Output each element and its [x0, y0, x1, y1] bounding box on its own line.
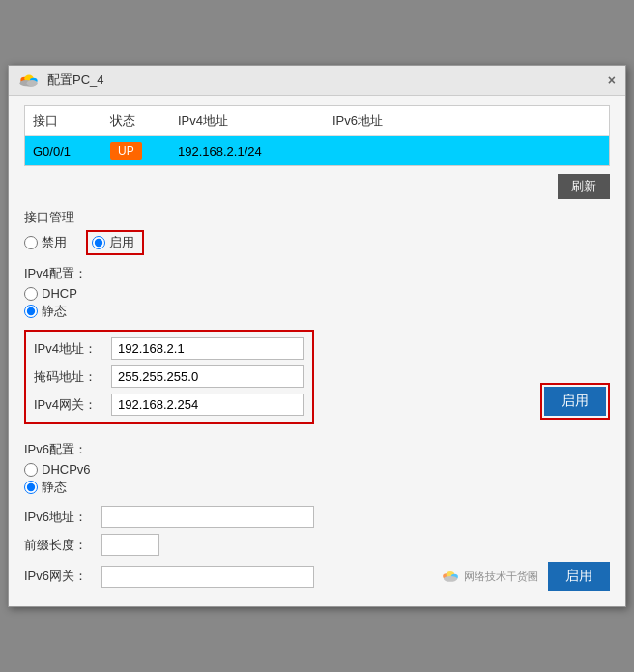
- ipv4-address-label: IPv4地址：: [34, 340, 111, 358]
- svg-point-10: [444, 576, 457, 582]
- apply-btn-highlight: 启用: [540, 383, 610, 420]
- dhcp-label: DHCP: [42, 286, 77, 301]
- gateway-label: IPv4网关：: [34, 396, 111, 414]
- apply-button-2[interactable]: 启用: [548, 562, 610, 591]
- static-label: 静态: [42, 303, 67, 320]
- spacer: [24, 431, 610, 441]
- ipv4-address-input[interactable]: [111, 337, 304, 360]
- header-ipv4: IPv4地址: [178, 112, 332, 130]
- watermark-text: 网络技术干货圈: [464, 570, 538, 584]
- refresh-button[interactable]: 刷新: [558, 174, 610, 199]
- title-bar: 配置PC_4 ×: [9, 66, 625, 96]
- cell-port: G0/0/1: [33, 144, 110, 159]
- header-port: 接口: [33, 112, 110, 130]
- ipv4-form: IPv4地址： 掩码地址： IPv4网关：: [24, 330, 531, 424]
- ipv6-gateway-row: IPv6网关：: [24, 566, 314, 588]
- ipv6-dhcp-group: DHCPv6: [24, 462, 610, 477]
- gateway-input[interactable]: [111, 394, 304, 416]
- ipv4-address-row: IPv4地址：: [34, 337, 304, 360]
- ipv6-address-label: IPv6地址：: [24, 509, 101, 526]
- watermark: 网络技术干货圈: [441, 567, 538, 586]
- interface-table: 接口 状态 IPv4地址 IPv6地址 G0/0/1 UP 192.168.2.…: [24, 105, 610, 166]
- ipv4-mode-group: DHCP: [24, 286, 610, 301]
- table-header: 接口 状态 IPv4地址 IPv6地址: [25, 106, 609, 136]
- dhcpv6-label: DHCPv6: [42, 462, 91, 477]
- gateway-row: IPv4网关：: [34, 394, 304, 416]
- enable-label: 启用: [109, 234, 134, 251]
- ipv6-gateway-input[interactable]: [101, 566, 314, 588]
- ipv6-static-radio-item[interactable]: 静态: [24, 479, 67, 496]
- ipv6-config-section: IPv6配置： DHCPv6 静态 IPv6地址： 前缀长度：: [24, 441, 610, 591]
- mask-input[interactable]: [111, 365, 304, 388]
- close-button[interactable]: ×: [608, 73, 616, 87]
- interface-management-section: 接口管理 禁用 启用: [24, 209, 610, 255]
- watermark-cloud-icon: [441, 567, 460, 586]
- prefix-input[interactable]: [101, 534, 159, 556]
- dhcpv6-radio-item[interactable]: DHCPv6: [24, 462, 91, 477]
- main-window: 配置PC_4 × 接口 状态 IPv4地址 IPv6地址 G0/0/1 UP 1…: [8, 65, 626, 607]
- ipv6-gateway-label: IPv6网关：: [24, 568, 101, 585]
- dhcp-radio-item[interactable]: DHCP: [24, 286, 77, 301]
- enable-radio-item[interactable]: 启用: [92, 234, 134, 251]
- ipv4-fields-highlight: IPv4地址： 掩码地址： IPv4网关：: [24, 330, 314, 424]
- management-radio-group: 禁用 启用: [24, 230, 610, 255]
- cell-status: UP: [110, 142, 178, 160]
- mask-label: 掩码地址：: [34, 368, 111, 386]
- prefix-label: 前缀长度：: [24, 537, 101, 554]
- mask-row: 掩码地址：: [34, 365, 304, 388]
- ipv6-static-radio[interactable]: [24, 481, 38, 494]
- cell-ipv4: 192.168.2.1/24: [178, 144, 332, 159]
- disable-radio-item[interactable]: 禁用: [24, 234, 67, 251]
- apply-button-container: 启用: [540, 383, 610, 424]
- cloud-icon: [18, 73, 40, 88]
- dhcp-radio[interactable]: [24, 287, 38, 301]
- title-bar-left: 配置PC_4: [18, 72, 104, 89]
- disable-radio[interactable]: [24, 236, 38, 249]
- table-row[interactable]: G0/0/1 UP 192.168.2.1/24: [25, 136, 609, 165]
- static-radio-group: 静态: [24, 303, 610, 320]
- ipv6-static-label: 静态: [42, 479, 67, 496]
- bottom-right: 网络技术干货圈 启用: [441, 562, 610, 591]
- apply-button-1[interactable]: 启用: [544, 387, 606, 416]
- ipv4-form-row: IPv4地址： 掩码地址： IPv4网关：: [24, 330, 610, 424]
- ipv4-config-label: IPv4配置：: [24, 265, 610, 282]
- content-area: 接口 状态 IPv4地址 IPv6地址 G0/0/1 UP 192.168.2.…: [9, 96, 625, 606]
- static-radio[interactable]: [24, 305, 38, 318]
- enable-radio-highlight: 启用: [86, 230, 144, 255]
- ipv6-address-input[interactable]: [101, 506, 314, 528]
- ipv6-address-row: IPv6地址：: [24, 506, 610, 528]
- refresh-row: 刷新: [24, 174, 610, 199]
- ipv6-bottom-row: IPv6网关： 网络技术干货圈 启用: [24, 562, 610, 591]
- static-radio-item[interactable]: 静态: [24, 303, 67, 320]
- svg-point-6: [27, 80, 38, 86]
- disable-label: 禁用: [42, 234, 67, 251]
- dhcpv6-radio[interactable]: [24, 463, 38, 477]
- ipv4-config-section: IPv4配置： DHCP 静态 IPv4地址：: [24, 265, 610, 424]
- enable-radio[interactable]: [92, 236, 105, 249]
- ipv6-static-group: 静态: [24, 479, 610, 496]
- header-ipv6: IPv6地址: [332, 112, 601, 130]
- status-badge: UP: [110, 142, 142, 160]
- prefix-row: 前缀长度：: [24, 534, 610, 556]
- window-title: 配置PC_4: [47, 72, 104, 89]
- header-status: 状态: [110, 112, 178, 130]
- interface-management-label: 接口管理: [24, 209, 610, 226]
- ipv6-config-label: IPv6配置：: [24, 441, 610, 458]
